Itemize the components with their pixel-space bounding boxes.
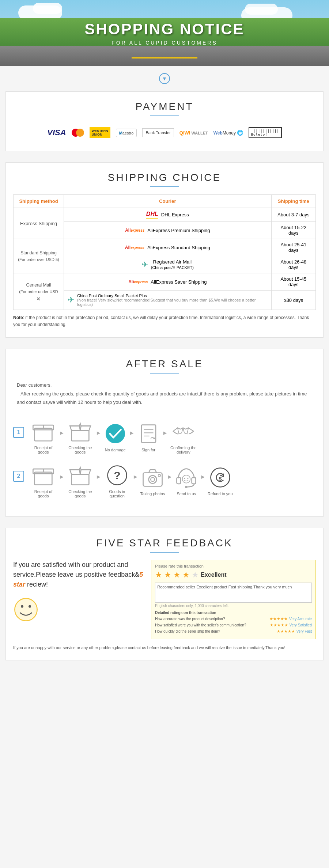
shipping-table: Shipping method Courier Shipping time Ex… [13,194,316,310]
rating-value-3: Very Fast [296,629,312,633]
step-sign: Sign for [137,422,160,452]
step-label-confirm: Confirming the delivery [170,446,197,454]
check-circle-icon [103,422,127,446]
feedback-left-text: If you are satisfied with our product an… [13,560,144,590]
svg-point-26 [187,478,188,479]
col-header-time: Shipping time [271,195,315,208]
arrow-icon: ► [167,474,173,480]
visa-logo: VISA [47,128,66,137]
svg-point-19 [151,477,155,481]
arrow-icon: ► [133,474,139,480]
feedback-review-text: Recommended seller Excellent product Fas… [157,585,292,589]
time-chinapost: ≥30 days [271,291,315,310]
svg-point-29 [15,598,37,621]
step-label-sendtous: Send to us [177,492,196,496]
process-num-1: 1 [13,427,24,438]
table-row: General Mail(For order under USD 5) Alie… [14,273,316,291]
rating-row-3: How quickly did the seller ship the item… [155,629,312,634]
step-sendtous: Send to us [174,466,198,496]
hero-title: SHOPPING NOTICE [84,20,244,38]
process-steps-2: Receipt of goods ► Checking the goods ► [30,463,316,498]
shipping-section: SHIPPING CHOICE Shipping method Courier … [5,162,324,338]
svg-point-5 [106,424,125,443]
rating-value-1: Very Accurate [289,617,312,621]
svg-point-18 [149,475,157,484]
handshake-icon [171,420,195,443]
hero-subtitle: FOR ALL CUPID CUSTOMERS [111,40,218,46]
courier-alisaver: Aliexpress AliExpress Saver Shipping [64,273,272,291]
western-union-logo: WESTERNUNION [90,127,110,138]
after-sale-underline [150,373,179,374]
method-standard: Standard Shipping(For order over USD 5) [14,239,64,273]
courier-chinapost: ✈ China Post Ordinary Small Packet Plus(… [64,291,272,310]
feedback-content: If you are satisfied with our product an… [13,560,316,639]
step-receipt-2: Receipt of goods [30,463,57,498]
arrow-icon: ► [96,430,102,436]
time-alistandard: About 25-41 days [271,239,315,256]
step-refund: $ Refund to you [208,466,233,496]
feedback-underline [150,552,179,553]
rating-value-2: Very Satisfied [290,623,312,627]
chevron-container: ▼ [0,66,329,91]
method-express: Express Shipping [14,208,64,239]
method-general: General Mail(For order under USD 5) [14,273,64,310]
svg-rect-17 [143,473,162,486]
after-sale-section: AFTER SALE Dear customers, After receivi… [5,349,324,516]
smiley-icon [13,597,39,622]
box-open-icon [68,420,92,443]
step-question: ? Goods in question [103,463,131,498]
step-label-sign: Sign for [141,448,155,452]
svg-text:?: ? [114,469,121,481]
box-closed-icon-2 [31,463,55,487]
shipping-note: Note: if the product is not in the prote… [13,314,316,328]
boleto-logo: ||||||||||||Boleto! [249,127,282,138]
webmoney-logo: WebMoney 🌐 [213,130,243,136]
excellent-text: Excellent [201,572,226,578]
svg-point-20 [158,474,161,477]
arrow-icon: ► [96,474,102,480]
process-num-2: 2 [13,471,24,482]
star-5: ★ [192,570,199,580]
star-3: ★ [173,570,181,580]
aliexpress-logo-3: Aliexpress [128,279,148,284]
svg-rect-6 [141,425,156,442]
feedback-right: Please rate this transaction ★ ★ ★ ★ ★ E… [151,560,316,639]
svg-point-31 [29,605,31,607]
payment-section: PAYMENT VISA WESTERNUNION Maestro Bank T… [5,91,324,151]
mini-stars-2: ★★★★★ [270,623,288,628]
svg-text:$: $ [219,475,222,482]
svg-point-24 [182,475,190,483]
col-header-method: Shipping method [14,195,64,208]
detailed-title: Detailed ratings on this transaction [155,611,312,615]
rating-question-1: How accurate was the product description… [155,617,225,621]
svg-point-23 [185,486,188,488]
courier-dhl: DHL DHL Express [64,208,272,222]
arrow-icon: ► [200,474,206,480]
after-sale-intro: Dear customers, After receiving the good… [13,381,316,414]
svg-point-25 [184,478,185,479]
feedback-title: FIVE STAR FEEDBACK [13,537,316,549]
process-steps-1: Receipt of goods ► Checking the goods ► [30,420,316,454]
arrow-icon: ► [59,430,65,436]
mini-stars-1: ★★★★★ [269,617,288,621]
aliexpress-logo-1: Aliexpress [125,228,144,233]
airmail-icon: ✈ [141,260,148,269]
mastercard-logo [72,129,84,137]
chevron-down-icon: ▼ [159,73,170,84]
rating-row-2: How satisfied were you with the seller's… [155,623,312,628]
svg-rect-22 [192,477,196,484]
feedback-bottom-text: If you are unhappy with our service or a… [13,645,316,651]
step-label-receipt-1: Receipt of goods [30,446,57,454]
question-circle-icon: ? [105,463,129,487]
headset-icon [174,466,198,489]
bank-transfer-logo: Bank Transfer [142,128,174,137]
step-label-question: Goods in question [103,489,131,498]
star-text: 5 star [13,571,143,588]
step-nodamage: No damage [103,422,127,452]
svg-rect-4 [72,431,89,441]
refund-icon: $ [208,466,232,489]
rating-row-1: How accurate was the product description… [155,617,312,621]
rating-question-3: How quickly did the seller ship the item… [155,629,220,633]
stars-row: ★ ★ ★ ★ ★ Excellent [155,570,312,580]
shipping-title: SHIPPING CHOICE [13,172,316,183]
